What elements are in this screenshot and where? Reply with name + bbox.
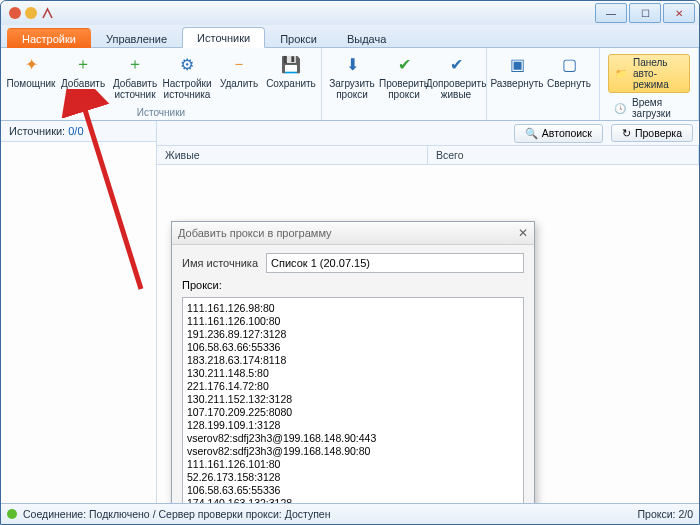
ribbon-label: Настройкиисточника: [162, 78, 211, 100]
side-button-0[interactable]: 📁Панель авто-режима: [608, 54, 690, 93]
ribbon-group-caption: [326, 107, 482, 119]
tab-4[interactable]: Выдача: [332, 28, 401, 48]
app-icon: [41, 7, 54, 20]
ribbon-group-caption: Источники: [5, 107, 317, 119]
col-total: Всего: [428, 146, 699, 164]
proxy-list-textarea[interactable]: [182, 297, 524, 503]
tool2-0[interactable]: 🔍Автопоиск: [514, 124, 603, 143]
side-button-label: Время загрузки: [632, 97, 684, 119]
ribbon-group-caption: [491, 107, 595, 119]
ribbon-tabs: НастройкиУправлениеИсточникиПроксиВыдача: [1, 25, 699, 48]
dialog-close-icon[interactable]: ✕: [518, 226, 528, 240]
status-proxy-count: Прокси: 2/0: [638, 508, 693, 520]
tab-0[interactable]: Настройки: [7, 28, 91, 48]
ribbon: ✦Помощник＋Добавитьпрокси＋Добавитьисточни…: [1, 48, 699, 121]
ribbon-rg1-4[interactable]: －Удалить: [213, 50, 265, 107]
sources-header: Источники: 0/0: [1, 121, 156, 142]
tool2-label: Автопоиск: [542, 127, 592, 139]
ribbon-icon: ＋: [123, 52, 147, 76]
ribbon-rg2-0[interactable]: ⬇Загрузитьпрокси: [326, 50, 378, 107]
title-bar: — ☐ ✕: [1, 1, 699, 25]
add-proxy-dialog: Добавить прокси в программу ✕ Имя источн…: [171, 221, 535, 503]
ribbon-icon: ✦: [19, 52, 43, 76]
ribbon-label: Проверитьпрокси: [379, 78, 429, 100]
ribbon-icon: ⚙: [175, 52, 199, 76]
ribbon-label: Помощник: [7, 78, 56, 89]
ribbon-rg1-3[interactable]: ⚙Настройкиисточника: [161, 50, 213, 107]
side-button-label: Панель авто-режима: [633, 57, 683, 90]
proxy-list-label: Прокси:: [182, 279, 524, 291]
ribbon-label: Удалить: [220, 78, 258, 89]
ribbon-label: Развернуть: [491, 78, 544, 89]
ribbon-rg1-0[interactable]: ✦Помощник: [5, 50, 57, 107]
tool2-label: Проверка: [635, 127, 682, 139]
ribbon-icon: ▣: [505, 52, 529, 76]
dialog-title-bar[interactable]: Добавить прокси в программу ✕: [172, 222, 534, 245]
close-button[interactable]: ✕: [663, 3, 695, 23]
ribbon-label: Добавитьисточник: [113, 78, 157, 100]
side-button-1[interactable]: 🕓Время загрузки: [608, 95, 690, 121]
ribbon-rg1-2[interactable]: ＋Добавитьисточник: [109, 50, 161, 107]
ribbon-label: Загрузитьпрокси: [329, 78, 375, 100]
sources-pane: Источники: 0/0: [1, 121, 157, 503]
ribbon-rg3-0[interactable]: ▣Развернуть: [491, 50, 543, 107]
ribbon-icon: ⬇: [340, 52, 364, 76]
mac-dot-red: [9, 7, 21, 19]
tab-3[interactable]: Прокси: [265, 28, 332, 48]
tool2-icon: 🔍: [525, 127, 538, 140]
status-connection: Соединение: Подключено / Сервер проверки…: [23, 508, 331, 520]
ribbon-rg2-1[interactable]: ✔Проверитьпрокси: [378, 50, 430, 107]
ribbon-rg3-1[interactable]: ▢Свернуть: [543, 50, 595, 107]
ribbon-rg1-1[interactable]: ＋Добавитьпрокси: [57, 50, 109, 107]
col-alive: Живые: [157, 146, 428, 164]
status-bar: Соединение: Подключено / Сервер проверки…: [1, 503, 699, 524]
ribbon-icon: ▢: [557, 52, 581, 76]
tool2-icon: ↻: [622, 127, 631, 139]
connection-dot-icon: [7, 509, 17, 519]
ribbon-label: Сохранить: [266, 78, 316, 89]
mac-dot-yellow: [25, 7, 37, 19]
ribbon-rg1-5[interactable]: 💾Сохранить: [265, 50, 317, 107]
ribbon-label: Свернуть: [547, 78, 591, 89]
ribbon-icon: ✔: [392, 52, 416, 76]
ribbon-label: Допроверитьживые: [426, 78, 487, 100]
ribbon-icon: 💾: [279, 52, 303, 76]
source-name-input[interactable]: [266, 253, 524, 273]
source-name-label: Имя источника: [182, 257, 260, 269]
ribbon-icon: －: [227, 52, 251, 76]
ribbon-icon: ＋: [71, 52, 95, 76]
maximize-button[interactable]: ☐: [629, 3, 661, 23]
tab-2[interactable]: Источники: [182, 27, 265, 48]
tab-1[interactable]: Управление: [91, 28, 182, 48]
dialog-title: Добавить прокси в программу: [178, 227, 332, 239]
tool2-1[interactable]: ↻Проверка: [611, 124, 693, 142]
side-button-icon: 📁: [615, 68, 627, 79]
ribbon-rg2-2[interactable]: ✔Допроверитьживые: [430, 50, 482, 107]
ribbon-icon: ✔: [444, 52, 468, 76]
ribbon-label: Добавитьпрокси: [61, 78, 105, 100]
minimize-button[interactable]: —: [595, 3, 627, 23]
side-button-icon: 🕓: [614, 103, 626, 114]
